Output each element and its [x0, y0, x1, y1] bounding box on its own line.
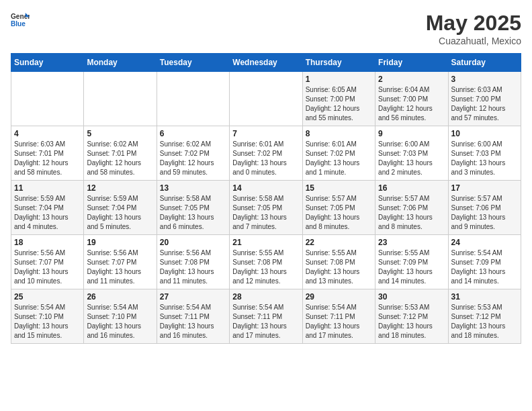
day-number: 29	[306, 292, 372, 302]
day-detail: Sunrise: 5:54 AMSunset: 7:11 PMDaylight:…	[306, 303, 372, 340]
day-detail: Sunrise: 6:01 AMSunset: 7:02 PMDaylight:…	[306, 140, 372, 177]
day-number: 25	[14, 292, 81, 302]
day-cell: 9Sunrise: 6:00 AMSunset: 7:03 PMDaylight…	[375, 126, 448, 181]
day-number: 10	[451, 129, 518, 138]
week-row-2: 4Sunrise: 6:03 AMSunset: 7:01 PMDaylight…	[11, 126, 521, 181]
day-detail: Sunrise: 5:55 AMSunset: 7:08 PMDaylight:…	[306, 248, 372, 286]
day-number: 9	[378, 129, 445, 138]
day-number: 19	[87, 238, 153, 247]
day-detail: Sunrise: 6:02 AMSunset: 7:01 PMDaylight:…	[87, 140, 153, 177]
day-cell: 29Sunrise: 5:54 AMSunset: 7:11 PMDayligh…	[302, 289, 375, 344]
day-number: 5	[87, 129, 153, 138]
days-header-row: Sunday Monday Tuesday Wednesday Thursday…	[11, 54, 521, 72]
day-cell: 25Sunrise: 5:54 AMSunset: 7:10 PMDayligh…	[11, 289, 84, 344]
day-detail: Sunrise: 5:58 AMSunset: 7:05 PMDaylight:…	[232, 194, 299, 232]
logo: General Blue	[11, 11, 30, 30]
day-detail: Sunrise: 6:00 AMSunset: 7:03 PMDaylight:…	[451, 140, 518, 177]
day-number: 16	[378, 183, 445, 193]
day-detail: Sunrise: 5:57 AMSunset: 7:05 PMDaylight:…	[306, 194, 372, 232]
day-number: 4	[14, 129, 81, 138]
day-detail: Sunrise: 5:54 AMSunset: 7:11 PMDaylight:…	[232, 303, 299, 340]
day-detail: Sunrise: 6:02 AMSunset: 7:02 PMDaylight:…	[160, 140, 226, 177]
day-number: 12	[87, 183, 153, 193]
day-number: 3	[451, 75, 518, 84]
header-wednesday: Wednesday	[230, 54, 302, 72]
week-row-5: 25Sunrise: 5:54 AMSunset: 7:10 PMDayligh…	[11, 289, 521, 344]
day-cell: 14Sunrise: 5:58 AMSunset: 7:05 PMDayligh…	[230, 181, 302, 235]
day-cell: 2Sunrise: 6:04 AMSunset: 7:00 PMDaylight…	[375, 72, 448, 126]
day-cell: 22Sunrise: 5:55 AMSunset: 7:08 PMDayligh…	[302, 235, 375, 289]
day-cell	[11, 72, 84, 126]
svg-text:Blue: Blue	[11, 20, 26, 28]
day-number: 27	[160, 292, 226, 302]
day-number: 15	[306, 183, 372, 193]
day-cell: 3Sunrise: 6:03 AMSunset: 7:00 PMDaylight…	[448, 72, 521, 126]
day-number: 18	[14, 238, 81, 247]
week-row-1: 1Sunrise: 6:05 AMSunset: 7:00 PMDaylight…	[11, 72, 521, 126]
day-cell: 30Sunrise: 5:53 AMSunset: 7:12 PMDayligh…	[375, 289, 448, 344]
day-detail: Sunrise: 5:58 AMSunset: 7:05 PMDaylight:…	[160, 194, 226, 232]
day-cell: 28Sunrise: 5:54 AMSunset: 7:11 PMDayligh…	[230, 289, 302, 344]
day-number: 31	[451, 292, 518, 302]
day-cell: 24Sunrise: 5:54 AMSunset: 7:09 PMDayligh…	[448, 235, 521, 289]
day-detail: Sunrise: 6:01 AMSunset: 7:02 PMDaylight:…	[232, 140, 299, 177]
day-cell: 21Sunrise: 5:55 AMSunset: 7:08 PMDayligh…	[230, 235, 302, 289]
day-cell: 20Sunrise: 5:56 AMSunset: 7:08 PMDayligh…	[157, 235, 229, 289]
day-cell: 31Sunrise: 5:53 AMSunset: 7:12 PMDayligh…	[448, 289, 521, 344]
calendar-title: May 2025	[426, 11, 521, 36]
day-cell: 5Sunrise: 6:02 AMSunset: 7:01 PMDaylight…	[84, 126, 157, 181]
day-detail: Sunrise: 6:05 AMSunset: 7:00 PMDaylight:…	[306, 85, 372, 123]
day-detail: Sunrise: 5:56 AMSunset: 7:08 PMDaylight:…	[160, 248, 226, 286]
week-row-3: 11Sunrise: 5:59 AMSunset: 7:04 PMDayligh…	[11, 181, 521, 235]
day-cell: 26Sunrise: 5:54 AMSunset: 7:10 PMDayligh…	[84, 289, 157, 344]
day-detail: Sunrise: 5:54 AMSunset: 7:11 PMDaylight:…	[160, 303, 226, 340]
day-detail: Sunrise: 5:55 AMSunset: 7:09 PMDaylight:…	[378, 248, 445, 286]
day-detail: Sunrise: 5:55 AMSunset: 7:08 PMDaylight:…	[232, 248, 299, 286]
day-number: 7	[232, 129, 299, 138]
day-number: 26	[87, 292, 153, 302]
header: General Blue May 2025 Cuazahuatl, Mexico	[11, 11, 521, 46]
day-number: 8	[306, 129, 372, 138]
day-cell: 11Sunrise: 5:59 AMSunset: 7:04 PMDayligh…	[11, 181, 84, 235]
day-number: 1	[306, 75, 372, 84]
day-cell: 13Sunrise: 5:58 AMSunset: 7:05 PMDayligh…	[157, 181, 229, 235]
day-number: 6	[160, 129, 226, 138]
header-monday: Monday	[84, 54, 157, 72]
day-cell: 17Sunrise: 5:57 AMSunset: 7:06 PMDayligh…	[448, 181, 521, 235]
day-cell: 10Sunrise: 6:00 AMSunset: 7:03 PMDayligh…	[448, 126, 521, 181]
title-area: May 2025 Cuazahuatl, Mexico	[426, 11, 521, 46]
day-detail: Sunrise: 5:53 AMSunset: 7:12 PMDaylight:…	[451, 303, 518, 340]
day-detail: Sunrise: 5:59 AMSunset: 7:04 PMDaylight:…	[14, 194, 81, 232]
day-cell	[157, 72, 229, 126]
day-detail: Sunrise: 5:54 AMSunset: 7:10 PMDaylight:…	[87, 303, 153, 340]
logo-icon: General Blue	[11, 11, 30, 30]
day-detail: Sunrise: 5:59 AMSunset: 7:04 PMDaylight:…	[87, 194, 153, 232]
day-detail: Sunrise: 5:54 AMSunset: 7:09 PMDaylight:…	[451, 248, 518, 286]
day-number: 30	[378, 292, 445, 302]
day-cell: 1Sunrise: 6:05 AMSunset: 7:00 PMDaylight…	[302, 72, 375, 126]
header-saturday: Saturday	[448, 54, 521, 72]
day-cell	[84, 72, 157, 126]
calendar-subtitle: Cuazahuatl, Mexico	[426, 36, 521, 46]
day-number: 22	[306, 238, 372, 247]
header-friday: Friday	[375, 54, 448, 72]
day-detail: Sunrise: 5:56 AMSunset: 7:07 PMDaylight:…	[14, 248, 81, 286]
day-detail: Sunrise: 6:04 AMSunset: 7:00 PMDaylight:…	[378, 85, 445, 123]
day-cell: 23Sunrise: 5:55 AMSunset: 7:09 PMDayligh…	[375, 235, 448, 289]
day-cell: 15Sunrise: 5:57 AMSunset: 7:05 PMDayligh…	[302, 181, 375, 235]
header-tuesday: Tuesday	[157, 54, 229, 72]
day-number: 14	[232, 183, 299, 193]
day-detail: Sunrise: 6:03 AMSunset: 7:01 PMDaylight:…	[14, 140, 81, 177]
day-cell: 16Sunrise: 5:57 AMSunset: 7:06 PMDayligh…	[375, 181, 448, 235]
day-number: 21	[232, 238, 299, 247]
week-row-4: 18Sunrise: 5:56 AMSunset: 7:07 PMDayligh…	[11, 235, 521, 289]
day-number: 13	[160, 183, 226, 193]
day-number: 24	[451, 238, 518, 247]
day-number: 17	[451, 183, 518, 193]
day-detail: Sunrise: 5:57 AMSunset: 7:06 PMDaylight:…	[451, 194, 518, 232]
day-number: 23	[378, 238, 445, 247]
day-cell: 4Sunrise: 6:03 AMSunset: 7:01 PMDaylight…	[11, 126, 84, 181]
day-detail: Sunrise: 6:03 AMSunset: 7:00 PMDaylight:…	[451, 85, 518, 123]
day-number: 2	[378, 75, 445, 84]
day-detail: Sunrise: 5:56 AMSunset: 7:07 PMDaylight:…	[87, 248, 153, 286]
